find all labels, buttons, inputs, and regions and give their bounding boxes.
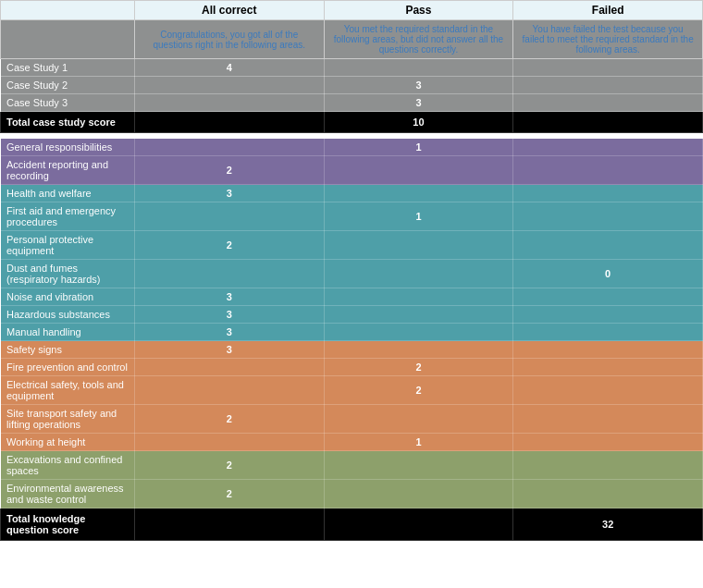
knowledge-row: Noise and vibration 3 bbox=[1, 288, 703, 306]
case-pass-score: 3 bbox=[324, 94, 513, 112]
knowledge-row: Personal protective equipment 2 bbox=[1, 231, 703, 260]
case-all-score bbox=[134, 94, 324, 112]
knowledge-fail-score bbox=[513, 451, 703, 480]
case-all-score: 4 bbox=[134, 59, 324, 77]
knowledge-fail-score bbox=[513, 376, 703, 405]
knowledge-row: Fire prevention and control 2 bbox=[1, 359, 703, 376]
knowledge-all-score: 3 bbox=[134, 324, 324, 341]
knowledge-row: Dust and fumes (respiratory hazards) 0 bbox=[1, 260, 703, 288]
subheader-empty bbox=[1, 20, 135, 59]
knowledge-label: Hazardous substances bbox=[1, 306, 135, 324]
subheader-fail: You have failed the test because you fai… bbox=[513, 20, 703, 59]
knowledge-label: Accident reporting and recording bbox=[1, 156, 135, 185]
total-knowledge-pass bbox=[324, 508, 513, 541]
total-case-row: Total case study score 10 bbox=[1, 112, 703, 133]
knowledge-label: Health and welfare bbox=[1, 185, 135, 202]
total-case-pass: 10 bbox=[324, 112, 513, 133]
knowledge-fail-score bbox=[513, 231, 703, 260]
knowledge-all-score: 2 bbox=[134, 156, 324, 185]
knowledge-label: Fire prevention and control bbox=[1, 359, 135, 376]
knowledge-pass-score bbox=[324, 231, 513, 260]
knowledge-pass-score bbox=[324, 156, 513, 185]
pass-header: Pass bbox=[324, 1, 513, 20]
knowledge-pass-score bbox=[324, 341, 513, 359]
case-study-row: Case Study 1 4 bbox=[1, 59, 703, 77]
knowledge-all-score: 2 bbox=[134, 480, 324, 508]
knowledge-row: General responsibilities 1 bbox=[1, 139, 703, 156]
knowledge-fail-score bbox=[513, 156, 703, 185]
knowledge-label: Electrical safety, tools and equipment bbox=[1, 376, 135, 405]
knowledge-pass-score bbox=[324, 306, 513, 324]
case-label: Case Study 1 bbox=[1, 59, 135, 77]
total-case-fail bbox=[513, 112, 703, 133]
knowledge-label: Noise and vibration bbox=[1, 288, 135, 306]
knowledge-all-score: 3 bbox=[134, 185, 324, 202]
knowledge-row: Environmental awareness and waste contro… bbox=[1, 480, 703, 508]
knowledge-fail-score bbox=[513, 434, 703, 451]
case-study-row: Case Study 3 3 bbox=[1, 94, 703, 112]
knowledge-all-score: 2 bbox=[134, 405, 324, 434]
knowledge-fail-score bbox=[513, 480, 703, 508]
knowledge-row: Excavations and confined spaces 2 bbox=[1, 451, 703, 480]
knowledge-pass-score bbox=[324, 451, 513, 480]
knowledge-all-score bbox=[134, 359, 324, 376]
subheader-all: Congratulations, you got all of the ques… bbox=[134, 20, 324, 59]
knowledge-row: Working at height 1 bbox=[1, 434, 703, 451]
knowledge-all-score: 3 bbox=[134, 288, 324, 306]
knowledge-row: First aid and emergency procedures 1 bbox=[1, 202, 703, 231]
knowledge-label: Site transport safety and lifting operat… bbox=[1, 405, 135, 434]
subheader-pass: You met the required standard in the fol… bbox=[324, 20, 513, 59]
case-study-row: Case Study 2 3 bbox=[1, 77, 703, 94]
knowledge-pass-score: 2 bbox=[324, 376, 513, 405]
knowledge-label: First aid and emergency procedures bbox=[1, 202, 135, 231]
knowledge-pass-score bbox=[324, 288, 513, 306]
knowledge-pass-score bbox=[324, 185, 513, 202]
knowledge-all-score: 2 bbox=[134, 231, 324, 260]
knowledge-pass-score: 1 bbox=[324, 434, 513, 451]
knowledge-row: Manual handling 3 bbox=[1, 324, 703, 341]
knowledge-label: Safety signs bbox=[1, 341, 135, 359]
knowledge-fail-score bbox=[513, 341, 703, 359]
total-knowledge-label: Total knowledge question score bbox=[1, 508, 135, 541]
knowledge-all-score: 3 bbox=[134, 306, 324, 324]
knowledge-label: General responsibilities bbox=[1, 139, 135, 156]
knowledge-all-score bbox=[134, 376, 324, 405]
knowledge-row: Hazardous substances 3 bbox=[1, 306, 703, 324]
case-pass-score: 3 bbox=[324, 77, 513, 94]
knowledge-fail-score: 0 bbox=[513, 260, 703, 288]
knowledge-label: Environmental awareness and waste contro… bbox=[1, 480, 135, 508]
case-pass-score bbox=[324, 59, 513, 77]
case-fail-score bbox=[513, 77, 703, 94]
knowledge-row: Site transport safety and lifting operat… bbox=[1, 405, 703, 434]
knowledge-fail-score bbox=[513, 405, 703, 434]
knowledge-row: Accident reporting and recording 2 bbox=[1, 156, 703, 185]
knowledge-label: Excavations and confined spaces bbox=[1, 451, 135, 480]
total-knowledge-all bbox=[134, 508, 324, 541]
col-label-header bbox=[1, 1, 135, 20]
knowledge-label: Working at height bbox=[1, 434, 135, 451]
knowledge-fail-score bbox=[513, 306, 703, 324]
knowledge-pass-score: 1 bbox=[324, 139, 513, 156]
total-case-label: Total case study score bbox=[1, 112, 135, 133]
knowledge-all-score bbox=[134, 434, 324, 451]
failed-header: Failed bbox=[513, 1, 703, 20]
knowledge-fail-score bbox=[513, 202, 703, 231]
total-knowledge-row: Total knowledge question score 32 bbox=[1, 508, 703, 541]
knowledge-fail-score bbox=[513, 324, 703, 341]
knowledge-pass-score bbox=[324, 260, 513, 288]
all-correct-header: All correct bbox=[134, 1, 324, 20]
knowledge-pass-score bbox=[324, 405, 513, 434]
knowledge-fail-score bbox=[513, 359, 703, 376]
knowledge-all-score bbox=[134, 260, 324, 288]
knowledge-row: Electrical safety, tools and equipment 2 bbox=[1, 376, 703, 405]
knowledge-pass-score bbox=[324, 324, 513, 341]
knowledge-row: Safety signs 3 bbox=[1, 341, 703, 359]
total-knowledge-fail: 32 bbox=[513, 508, 703, 541]
knowledge-all-score bbox=[134, 202, 324, 231]
case-label: Case Study 2 bbox=[1, 77, 135, 94]
knowledge-label: Personal protective equipment bbox=[1, 231, 135, 260]
knowledge-label: Manual handling bbox=[1, 324, 135, 341]
case-fail-score bbox=[513, 94, 703, 112]
knowledge-all-score: 2 bbox=[134, 451, 324, 480]
case-fail-score bbox=[513, 59, 703, 77]
